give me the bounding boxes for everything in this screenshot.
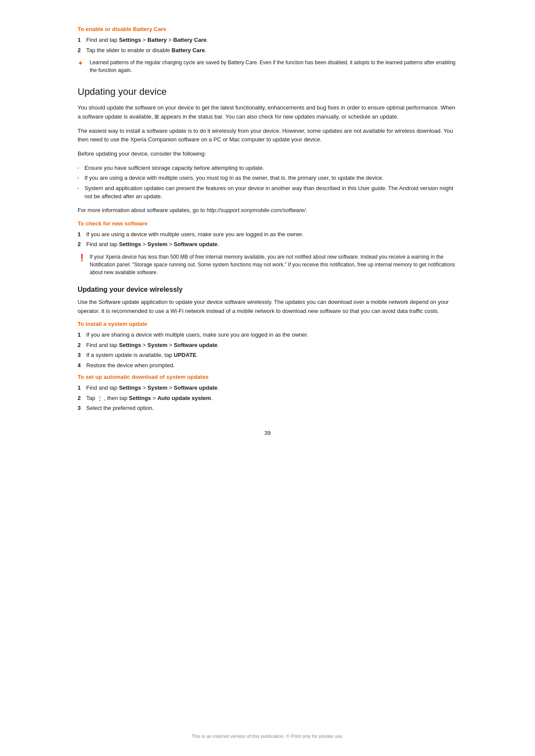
install-update-heading: To install a system update (78, 321, 457, 327)
bullet-dot: • (78, 174, 84, 182)
battery-care-note-text: Learned patterns of the regular charging… (90, 59, 457, 74)
updating-device-para4: For more information about software upda… (78, 206, 457, 215)
check-step-2: 2 Find and tap Settings > System > Softw… (78, 240, 457, 249)
info-icon: ✦ (78, 59, 86, 67)
battery-care-section: To enable or disable Battery Care 1 Find… (78, 26, 457, 74)
auto-download-heading: To set up automatic download of system u… (78, 374, 457, 380)
bullet-item-3: • System and application updates can pre… (78, 184, 457, 201)
updating-wirelessly-section: Updating your device wirelessly Use the … (78, 286, 457, 316)
updating-device-section: Updating your device You should update t… (78, 86, 457, 215)
updating-device-para1: You should update the software on your d… (78, 103, 457, 122)
battery-care-steps: 1 Find and tap Settings > Battery > Batt… (78, 36, 457, 54)
bullet-item-1: • Ensure you have sufficient storage cap… (78, 164, 457, 172)
page-number: 39 (78, 430, 457, 436)
page: To enable or disable Battery Care 1 Find… (0, 0, 535, 756)
install-step-4: 4 Restore the device when prompted. (78, 361, 457, 370)
battery-care-note: ✦ Learned patterns of the regular chargi… (78, 59, 457, 74)
install-update-steps: 1 If you are sharing a device with multi… (78, 331, 457, 369)
install-step-3: 3 If a system update is available, tap U… (78, 351, 457, 359)
install-step-1: 1 If you are sharing a device with multi… (78, 331, 457, 339)
check-software-section: To check for new software 1 If you are u… (78, 220, 457, 276)
auto-step-2: 2 Tap ⋮ , then tap Settings > Auto updat… (78, 394, 457, 403)
auto-step-3: 3 Select the preferred option. (78, 404, 457, 412)
step-2: 2 Tap the slider to enable or disable Ba… (78, 46, 457, 55)
bullet-item-2: • If you are using a device with multipl… (78, 174, 457, 182)
bullet-dot: • (78, 164, 84, 172)
step-1: 1 Find and tap Settings > Battery > Batt… (78, 36, 457, 44)
bullet-dot: • (78, 184, 84, 201)
check-software-warning-text: If your Xperia device has less than 500 … (90, 253, 457, 276)
updating-wirelessly-title: Updating your device wirelessly (78, 286, 457, 294)
auto-step-1: 1 Find and tap Settings > System > Softw… (78, 384, 457, 392)
auto-download-steps: 1 Find and tap Settings > System > Softw… (78, 384, 457, 412)
install-step-2: 2 Find and tap Settings > System > Softw… (78, 341, 457, 350)
warning-icon: ❗ (78, 253, 86, 262)
software-link: http://support.sonymobile.com/software/ (206, 207, 306, 213)
updating-wirelessly-para: Use the Software update application to u… (78, 298, 457, 316)
install-update-section: To install a system update 1 If you are … (78, 321, 457, 369)
updating-device-title: Updating your device (78, 86, 457, 97)
footer: This is an internet version of this publ… (0, 734, 535, 739)
battery-care-heading: To enable or disable Battery Care (78, 26, 457, 32)
updating-device-para2: The easiest way to install a software up… (78, 127, 457, 145)
check-software-heading: To check for new software (78, 220, 457, 227)
updating-device-para3: Before updating your device, consider th… (78, 150, 457, 159)
updating-device-bullets: • Ensure you have sufficient storage cap… (78, 164, 457, 201)
check-step-1: 1 If you are using a device with multipl… (78, 230, 457, 239)
check-software-warning: ❗ If your Xperia device has less than 50… (78, 253, 457, 276)
auto-download-section: To set up automatic download of system u… (78, 374, 457, 412)
check-software-steps: 1 If you are using a device with multipl… (78, 230, 457, 249)
